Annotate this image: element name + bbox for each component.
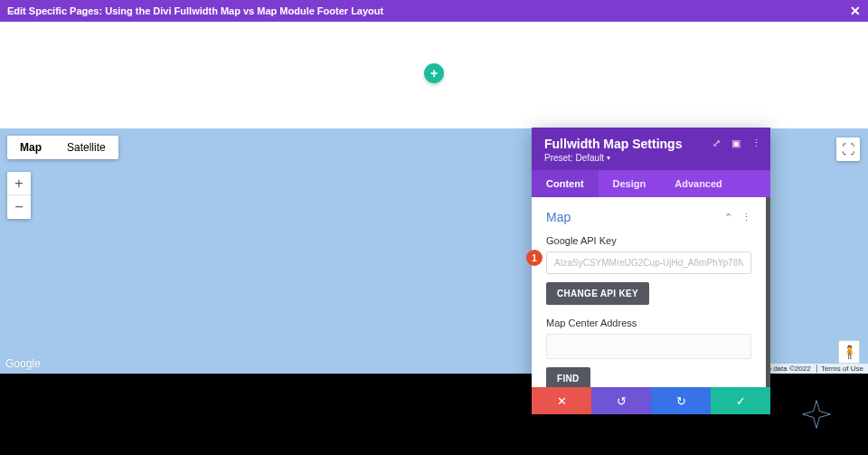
section-menu-icon[interactable]: ⋮	[741, 212, 751, 223]
save-button[interactable]: ✓	[711, 387, 770, 414]
kebab-icon[interactable]: ⋮	[751, 137, 761, 149]
undo-button[interactable]: ↺	[591, 387, 651, 414]
builder-canvas: +	[0, 22, 868, 128]
redo-button[interactable]: ↻	[651, 387, 711, 414]
map-type-map[interactable]: Map	[7, 136, 54, 159]
map-center-address-label: Map Center Address	[546, 318, 751, 328]
annotation-badge-1: 1	[526, 250, 542, 266]
map-type-satellite[interactable]: Satellite	[54, 136, 118, 159]
modal-header-icons: ⤢ ▣ ⋮	[712, 137, 761, 149]
modal-preset[interactable]: Preset: Default ▾	[544, 153, 758, 163]
expand-icon[interactable]: ⤢	[712, 137, 721, 149]
page-title-bar: Edit Specific Pages: Using the Divi Full…	[0, 0, 868, 22]
sparkle-icon	[801, 399, 832, 430]
find-button[interactable]: FIND	[546, 367, 590, 387]
responsive-icon[interactable]: ▣	[731, 137, 741, 149]
fullscreen-button[interactable]: ⛶	[836, 137, 860, 161]
tab-advanced[interactable]: Advanced	[660, 170, 737, 197]
zoom-control: + −	[7, 172, 31, 219]
google-api-key-label: Google API Key	[546, 235, 751, 246]
close-icon[interactable]: ✕	[850, 4, 861, 18]
add-section-button[interactable]: +	[424, 63, 444, 83]
google-api-key-input[interactable]	[546, 251, 751, 274]
zoom-out-button[interactable]: −	[7, 195, 31, 219]
tab-design[interactable]: Design	[599, 170, 661, 197]
zoom-in-button[interactable]: +	[7, 172, 31, 195]
map-type-toggle: Map Satellite	[7, 136, 118, 159]
modal-tabs: Content Design Advanced	[532, 170, 770, 197]
credit-terms[interactable]: Terms of Use	[816, 365, 863, 373]
page-title: Edit Specific Pages: Using the Divi Full…	[7, 5, 383, 16]
tab-content[interactable]: Content	[532, 170, 599, 197]
fullwidth-map-settings-modal: Fullwidth Map Settings Preset: Default ▾…	[532, 128, 770, 414]
caret-down-icon: ▾	[607, 154, 610, 162]
collapse-icon[interactable]: ⌃	[724, 212, 732, 223]
modal-footer: ✕ ↺ ↻ ✓	[532, 387, 770, 414]
section-title: Map	[546, 210, 571, 224]
map-center-address-input[interactable]	[546, 334, 751, 359]
modal-header[interactable]: Fullwidth Map Settings Preset: Default ▾…	[532, 128, 770, 170]
modal-body: Map ⌃ ⋮ Google API Key CHANGE API KEY Ma…	[532, 197, 770, 387]
change-api-key-button[interactable]: CHANGE API KEY	[546, 282, 649, 305]
google-logo: Google	[5, 357, 41, 370]
pegman-icon[interactable]: 🧍	[838, 340, 860, 364]
section-header-map[interactable]: Map ⌃ ⋮	[546, 210, 751, 224]
cancel-button[interactable]: ✕	[532, 387, 591, 414]
